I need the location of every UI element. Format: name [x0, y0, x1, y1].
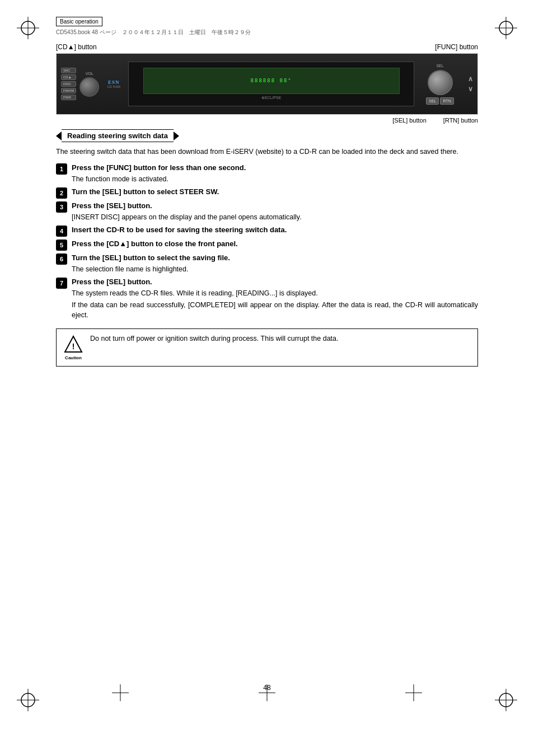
disc-btn: DISC	[61, 81, 76, 87]
page: Basic operation CD5435.book 48 ページ ２００４年…	[0, 0, 534, 756]
step-4-number: 4	[56, 226, 67, 237]
heading-arrow-right	[174, 132, 179, 140]
down-arrow: ∨	[468, 85, 473, 93]
sel-btn: SEL	[426, 97, 439, 105]
step-1: 1 Press the [FUNC] button for less than …	[56, 163, 478, 185]
corner-mark-bl	[17, 689, 39, 711]
step-7: 7 Press the [SEL] button. The system rea…	[56, 277, 478, 321]
step-3-number: 3	[56, 201, 67, 213]
step-5: 5 Press the [CD▲] button to close the fr…	[56, 239, 478, 251]
step-3: 3 Press the [SEL] button. [INSERT DISC] …	[56, 201, 478, 223]
step-3-desc: [INSERT DISC] appears on the display and…	[72, 212, 478, 223]
logo-section: ESN CD 5435	[102, 79, 125, 88]
step-2-number: 2	[56, 187, 67, 199]
section-heading: Reading steering switch data	[56, 129, 478, 142]
func-button-label: [FUNC] button	[435, 43, 478, 51]
step-1-number: 1	[56, 163, 67, 175]
src-btn: SRC	[61, 68, 76, 73]
stereo-display: 888888 88° ⊕ECLIPSE	[128, 62, 414, 106]
step-4-bold: Insert the CD-R to be used for saving th…	[72, 225, 478, 235]
svg-text:!: !	[72, 342, 75, 351]
step-7-content: Press the [SEL] button. The system reads…	[72, 277, 478, 321]
step-7-number: 7	[56, 278, 67, 289]
device-image: SRC CD▲ DISC FM/AM PWR VOL ESN CD 5	[56, 53, 478, 115]
corner-mark-tl	[17, 17, 39, 39]
vol-label: VOL	[86, 72, 93, 76]
step-7-desc-1: The system reads the CD-R files. While i…	[72, 288, 478, 299]
device-labels: [CD▲] button [FUNC] button	[56, 43, 478, 51]
stereo-left-buttons: SRC CD▲ DISC FM/AM PWR	[61, 68, 76, 100]
caution-triangle-icon: !	[64, 335, 83, 354]
corner-mark-br	[495, 689, 517, 711]
step-7-desc-2: If the data can be read successfully, [C…	[72, 300, 478, 321]
step-2: 2 Turn the [SEL] button to select STEER …	[56, 187, 478, 199]
step-6: 6 Turn the [SEL] button to select the sa…	[56, 253, 478, 275]
main-content: [CD▲] button [FUNC] button SRC CD▲ DISC …	[56, 43, 478, 367]
bottom-cross-left	[112, 684, 129, 703]
step-4-content: Insert the CD-R to be used for saving th…	[72, 225, 478, 235]
step-1-bold: Press the [FUNC] button for less than on…	[72, 163, 478, 173]
brand-name: ⊕ECLIPSE	[261, 96, 282, 100]
vol-section: VOL	[79, 72, 99, 97]
step-4: 4 Insert the CD-R to be used for saving …	[56, 225, 478, 237]
step-3-content: Press the [SEL] button. [INSERT DISC] ap…	[72, 201, 478, 223]
step-2-bold: Turn the [SEL] button to select STEER SW…	[72, 187, 478, 197]
corner-mark-tr	[495, 17, 517, 39]
seek-label: SEL	[436, 64, 443, 68]
bottom-cross-right	[405, 684, 422, 703]
step-5-bold: Press the [CD▲] button to close the fron…	[72, 239, 478, 249]
fm-am-btn: FM/AM	[61, 88, 76, 93]
step-6-content: Turn the [SEL] button to select the savi…	[72, 253, 478, 275]
sel-knob	[428, 70, 453, 95]
up-arrow: ∧	[468, 75, 473, 83]
model-info: CD 5435	[107, 85, 121, 88]
stereo-right: SEL SEL RTN	[418, 64, 462, 105]
header-label: Basic operation	[56, 17, 102, 26]
step-2-content: Turn the [SEL] button to select STEER SW…	[72, 187, 478, 197]
vol-knob	[79, 77, 99, 97]
brand-logo: ESN	[108, 79, 120, 85]
step-6-bold: Turn the [SEL] button to select the savi…	[72, 253, 478, 263]
pwr-btn: PWR	[61, 95, 76, 100]
file-info: CD5435.book 48 ページ ２００４年１２月１１日 土曜日 午後５時２…	[56, 29, 512, 36]
right-buttons: SEL RTN	[426, 97, 454, 105]
heading-arrow-left	[56, 132, 62, 140]
display-text: 888888 88°	[251, 78, 292, 83]
seek-arrows: ∧ ∨	[468, 75, 473, 93]
cd-button-label: [CD▲] button	[56, 43, 97, 51]
caution-box: ! Caution Do not turn off power or ignit…	[56, 328, 478, 367]
step-5-content: Press the [CD▲] button to close the fron…	[72, 239, 478, 249]
cd-btn: CD▲	[61, 74, 76, 80]
page-number: 48	[263, 684, 270, 692]
intro-paragraph: The steering switch data that has been d…	[56, 147, 478, 157]
steps-container: 1 Press the [FUNC] button for less than …	[56, 163, 478, 321]
caution-text: Do not turn off power or ignition switch…	[90, 334, 339, 344]
step-6-number: 6	[56, 253, 67, 265]
stereo-body: SRC CD▲ DISC FM/AM PWR VOL ESN CD 5	[57, 54, 477, 114]
section-title: Reading steering switch data	[62, 129, 174, 142]
caution-label: Caution	[65, 355, 82, 360]
step-1-content: Press the [FUNC] button for less than on…	[72, 163, 478, 185]
step-7-bold: Press the [SEL] button.	[72, 277, 478, 287]
caution-icon-container: ! Caution	[62, 334, 85, 361]
rtn-btn: RTN	[440, 97, 453, 105]
rtn-button-label: [RTN] button	[443, 117, 478, 124]
step-1-desc: The function mode is activated.	[72, 174, 478, 185]
step-3-bold: Press the [SEL] button.	[72, 201, 478, 211]
step-6-desc: The selection file name is highlighted.	[72, 264, 478, 275]
device-section: [CD▲] button [FUNC] button SRC CD▲ DISC …	[56, 43, 478, 124]
step-5-number: 5	[56, 240, 67, 251]
display-inner: 888888 88°	[143, 68, 400, 94]
device-right-labels: [SEL] button [RTN] button	[56, 117, 478, 124]
sel-button-label: [SEL] button	[392, 117, 427, 124]
